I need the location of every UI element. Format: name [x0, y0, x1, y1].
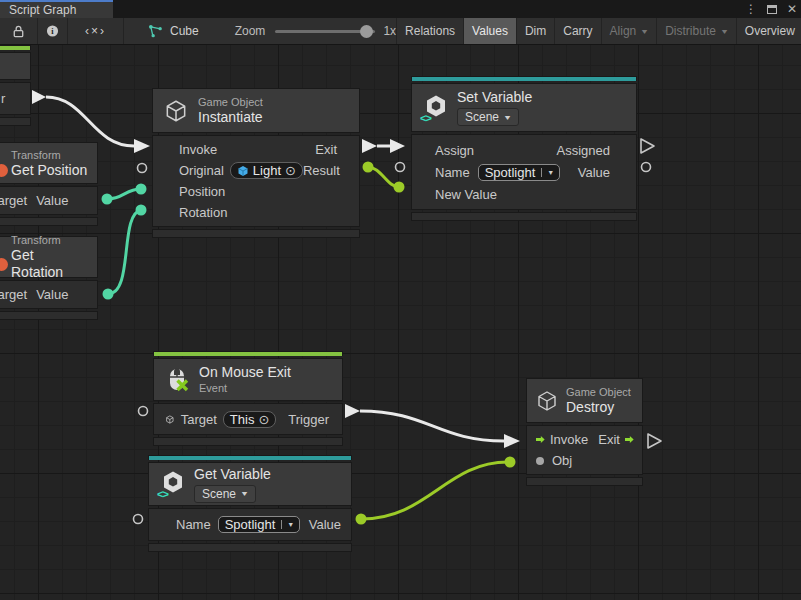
variable-color-strip	[148, 455, 352, 460]
scene-variable-icon: <>	[422, 95, 448, 121]
info-button[interactable]: i	[38, 18, 68, 44]
chevron-down-icon: ▼	[720, 28, 729, 35]
port-result-out[interactable]	[363, 162, 374, 173]
node-on-mouse-exit[interactable]: On Mouse Exit Event Target This ⊙ Trigge…	[153, 351, 343, 446]
game-object-cube-icon	[163, 98, 189, 124]
port-label-name: Name	[435, 165, 470, 180]
node-title: Instantiate	[198, 109, 263, 126]
tab-script-graph[interactable]: Script Graph	[0, 0, 113, 18]
game-object-cube-icon	[165, 412, 175, 427]
node-footer	[152, 229, 360, 238]
node-partial-event[interactable]: r	[0, 45, 31, 126]
object-picker-icon[interactable]: ⊙	[285, 163, 296, 178]
port-label-assigned: Assigned	[557, 143, 610, 158]
variable-scope-dropdown[interactable]: Scene▼	[194, 485, 256, 503]
node-title: Get Position	[11, 162, 87, 179]
zoom-value: 1x	[383, 24, 396, 38]
port-label-value: Value	[309, 517, 341, 532]
value-port-icon	[536, 457, 544, 465]
port-label-target: Target	[181, 412, 217, 427]
overview-button[interactable]: Overview	[737, 18, 801, 44]
object-field-value: Light	[253, 163, 281, 178]
port-label-position: Position	[179, 184, 225, 199]
node-footer	[0, 217, 98, 226]
object-field-value: This	[230, 412, 255, 427]
menu-icon[interactable]: ⋮	[745, 0, 757, 18]
node-title: Set Variable	[457, 89, 532, 106]
port-get-rotation-value-out[interactable]	[103, 289, 114, 300]
zoom-label: Zoom	[235, 24, 266, 38]
tab-bar: Script Graph ⋮ ✕	[0, 0, 801, 18]
port-label-name: Name	[176, 517, 211, 532]
relations-button[interactable]: Relations	[397, 18, 464, 44]
node-footer	[153, 437, 343, 446]
chevron-down-icon: ▼	[640, 28, 649, 35]
partial-event-header	[0, 52, 31, 80]
port-label-trigger: Trigger	[288, 412, 329, 427]
edit-graph-button[interactable]: ‹×›	[68, 18, 124, 44]
port-label-assign: Assign	[435, 143, 474, 158]
port-obj-in[interactable]	[505, 457, 516, 468]
object-picker-icon[interactable]: ⊙	[258, 412, 269, 427]
object-field-this[interactable]: This ⊙	[223, 411, 276, 428]
graph-canvas[interactable]: r Transform Get Position Target Value	[0, 45, 801, 600]
node-footer	[148, 543, 352, 552]
port-label-invoke: Invoke	[550, 432, 588, 447]
carry-button[interactable]: Carry	[555, 18, 601, 44]
variable-name-field[interactable]: Spotlight ▼	[478, 164, 561, 181]
transform-icon	[0, 164, 8, 177]
node-get-rotation[interactable]: Transform Get Rotation Target Value	[0, 236, 98, 320]
port-label-obj: Obj	[552, 453, 572, 468]
node-category: Game Object	[566, 385, 631, 399]
variable-badge: <>	[420, 112, 431, 124]
port-label-new-value: New Value	[435, 187, 497, 202]
event-color-strip	[0, 45, 31, 50]
node-footer	[526, 477, 643, 486]
port-label-value: Value	[36, 287, 68, 302]
breadcrumb[interactable]: Cube	[148, 24, 199, 38]
values-button[interactable]: Values	[464, 18, 517, 44]
flow-arrow-icon	[536, 434, 545, 445]
chevron-down-icon: ▼	[281, 520, 299, 529]
game-object-cube-icon	[535, 389, 559, 413]
port-rotation-in[interactable]	[136, 205, 147, 216]
zoom-slider[interactable]	[275, 30, 375, 33]
maximize-icon[interactable]	[767, 5, 777, 14]
node-set-variable[interactable]: <> Set Variable Scene▼ Assign Assigned N…	[411, 76, 637, 221]
variable-scope-dropdown[interactable]: Scene▼	[457, 108, 519, 126]
node-title: Get Variable	[194, 466, 271, 483]
node-footer	[0, 311, 98, 320]
node-get-variable[interactable]: <> Get Variable Scene▼ Name Spotlight ▼	[148, 455, 352, 552]
port-position-in[interactable]	[136, 184, 147, 195]
variable-badge: <>	[157, 488, 168, 500]
variable-color-strip	[411, 76, 637, 81]
node-get-position[interactable]: Transform Get Position Target Value	[0, 142, 98, 226]
node-subtitle: Event	[199, 381, 291, 395]
flow-arrow-icon	[625, 434, 634, 445]
node-title: On Mouse Exit	[199, 364, 291, 381]
node-destroy[interactable]: Game Object Destroy Invoke Exit	[526, 378, 643, 486]
distribute-button[interactable]: Distribute▼	[657, 18, 737, 44]
toolbar-middle: Cube Zoom 1x	[124, 18, 396, 44]
node-instantiate[interactable]: Game Object Instantiate Invoke Exit Orig…	[152, 88, 360, 238]
port-get-variable-value-out[interactable]	[356, 514, 367, 525]
graph-nodes-icon	[148, 24, 163, 38]
dim-button[interactable]: Dim	[517, 18, 555, 44]
variable-name-field[interactable]: Spotlight ▼	[218, 516, 301, 533]
lock-button[interactable]	[0, 18, 38, 44]
port-new-value-in[interactable]	[394, 182, 405, 193]
zoom-slider-handle[interactable]	[360, 25, 373, 38]
object-field-light[interactable]: Light ⊙	[230, 162, 303, 179]
node-title: Destroy	[566, 399, 631, 416]
prefab-cube-icon	[237, 165, 249, 177]
node-category: Transform	[11, 233, 61, 247]
mouse-exit-icon	[164, 367, 190, 393]
close-icon[interactable]: ✕	[787, 0, 797, 18]
align-button[interactable]: Align▼	[602, 18, 658, 44]
toolbar-toggles: Relations Values Dim Carry Align▼ Distri…	[396, 18, 801, 44]
port-label-value: Value	[578, 165, 610, 180]
port-label-invoke: Invoke	[179, 142, 217, 157]
port-label-exit: Exit	[598, 432, 620, 447]
port-label-value: Value	[36, 193, 68, 208]
port-get-position-value-out[interactable]	[102, 194, 113, 205]
